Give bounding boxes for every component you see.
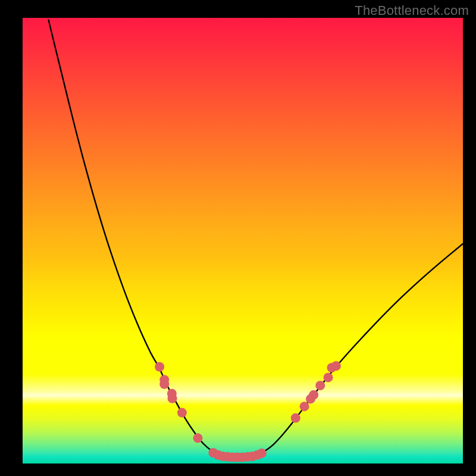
data-marker bbox=[257, 449, 267, 458]
data-marker bbox=[309, 390, 318, 400]
data-marker bbox=[193, 433, 203, 443]
data-marker bbox=[291, 414, 300, 423]
data-marker bbox=[331, 361, 341, 371]
data-marker bbox=[324, 372, 333, 382]
data-marker bbox=[300, 402, 309, 411]
data-marker bbox=[155, 362, 164, 371]
bottleneck-curve bbox=[49, 20, 463, 458]
data-marker bbox=[159, 380, 169, 389]
plot-area bbox=[23, 18, 463, 464]
chart-svg bbox=[23, 18, 463, 464]
data-marker bbox=[315, 381, 325, 390]
marker-group bbox=[155, 361, 341, 462]
chart-frame: TheBottleneck.com bbox=[0, 0, 476, 476]
data-marker bbox=[177, 408, 187, 418]
watermark-text: TheBottleneck.com bbox=[355, 3, 469, 18]
data-marker bbox=[168, 394, 177, 403]
